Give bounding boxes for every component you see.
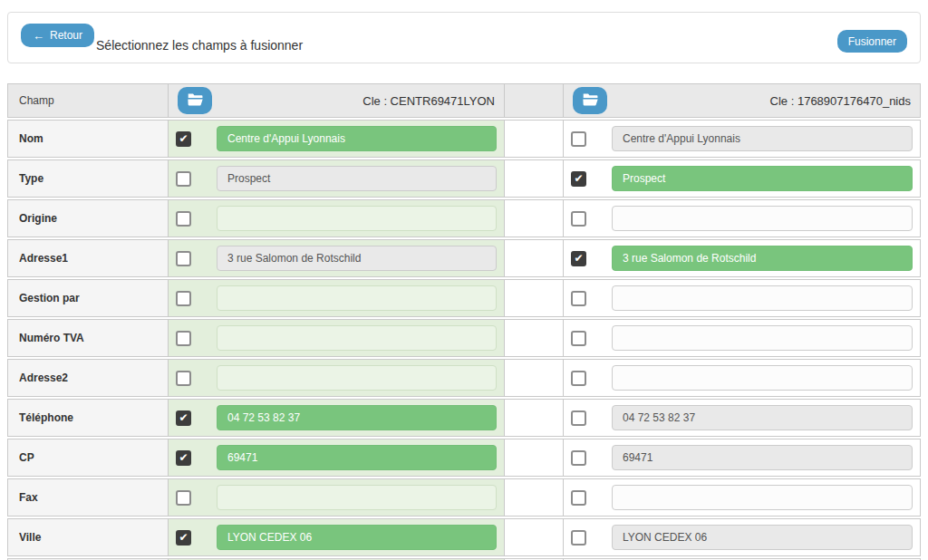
merge-checkbox[interactable] bbox=[176, 171, 191, 187]
field-label-cell: Nom bbox=[7, 120, 169, 158]
merge-checkbox[interactable] bbox=[176, 530, 191, 546]
left-record-folder-button[interactable] bbox=[178, 87, 212, 114]
spacer-column-header bbox=[505, 83, 564, 118]
field-value-input[interactable] bbox=[612, 246, 913, 271]
merge-checkbox[interactable] bbox=[571, 131, 586, 147]
field-value-input[interactable] bbox=[612, 445, 913, 470]
merge-checkbox[interactable] bbox=[176, 251, 191, 266]
field-value-input[interactable] bbox=[217, 246, 497, 271]
table-body: Nom Type Origine bbox=[7, 120, 921, 560]
field-value-input[interactable] bbox=[612, 405, 913, 430]
merge-checkbox[interactable] bbox=[176, 131, 191, 147]
merge-checkbox[interactable] bbox=[176, 331, 191, 346]
field-label: Téléphone bbox=[19, 411, 73, 424]
open-folder-icon bbox=[188, 92, 203, 109]
left-value-cell bbox=[169, 199, 505, 237]
right-value-cell bbox=[564, 319, 921, 357]
field-value-input[interactable] bbox=[612, 166, 913, 191]
back-button[interactable]: ← Retour bbox=[21, 24, 94, 47]
field-column-header: Champ bbox=[7, 83, 169, 118]
back-button-label: Retour bbox=[50, 29, 82, 42]
right-value-cell bbox=[564, 239, 921, 277]
merge-button[interactable]: Fusionner bbox=[837, 30, 907, 53]
merge-checkbox[interactable] bbox=[571, 171, 586, 187]
field-value-input[interactable] bbox=[612, 485, 913, 510]
right-value-cell bbox=[564, 159, 921, 198]
field-value-input[interactable] bbox=[217, 325, 497, 351]
table-row: Adresse1 bbox=[7, 239, 921, 277]
spacer-cell bbox=[505, 518, 564, 556]
field-label-cell: Gestion par bbox=[7, 279, 169, 317]
table-row: Numéro TVA bbox=[7, 319, 921, 357]
field-label: CP bbox=[19, 451, 34, 464]
back-arrow-icon: ← bbox=[33, 30, 44, 42]
field-value-input[interactable] bbox=[217, 126, 497, 151]
table-row: CP bbox=[7, 439, 921, 477]
merge-checkbox[interactable] bbox=[571, 490, 586, 506]
field-column-header-label: Champ bbox=[19, 94, 54, 107]
field-label-cell: CP bbox=[7, 439, 169, 477]
merge-checkbox[interactable] bbox=[571, 291, 586, 306]
merge-checkbox[interactable] bbox=[571, 331, 586, 346]
right-value-cell bbox=[564, 518, 921, 556]
merge-checkbox[interactable] bbox=[176, 490, 191, 506]
table-row: Téléphone bbox=[7, 399, 921, 437]
spacer-cell bbox=[505, 319, 564, 357]
left-value-cell bbox=[169, 478, 505, 517]
merge-checkbox[interactable] bbox=[571, 410, 586, 426]
left-value-cell bbox=[169, 279, 505, 317]
merge-checkbox[interactable] bbox=[176, 291, 191, 306]
field-value-input[interactable] bbox=[612, 325, 913, 351]
field-value-input[interactable] bbox=[612, 525, 913, 550]
field-value-input[interactable] bbox=[217, 285, 497, 311]
field-label: Type bbox=[19, 172, 44, 185]
right-value-cell bbox=[564, 279, 921, 317]
right-value-cell bbox=[564, 199, 921, 237]
field-label-cell: Adresse2 bbox=[7, 359, 169, 397]
merge-checkbox[interactable] bbox=[176, 211, 191, 227]
field-label: Fax bbox=[19, 491, 38, 504]
field-value-input[interactable] bbox=[612, 206, 913, 231]
field-label-cell: Type bbox=[7, 159, 169, 198]
right-record-folder-button[interactable] bbox=[573, 87, 607, 114]
field-value-input[interactable] bbox=[217, 525, 497, 550]
open-folder-icon bbox=[583, 92, 598, 109]
field-value-input[interactable] bbox=[612, 365, 913, 391]
toolbar: ← Retour Sélectionnez les champs à fusio… bbox=[7, 12, 921, 63]
field-value-input[interactable] bbox=[217, 445, 497, 470]
field-value-input[interactable] bbox=[217, 166, 497, 191]
table-row: Ville bbox=[7, 518, 921, 556]
table-header-row: Champ Cle : CENTR69471LYON bbox=[7, 83, 921, 118]
left-value-cell bbox=[169, 399, 505, 437]
merge-checkbox[interactable] bbox=[571, 371, 586, 386]
field-value-input[interactable] bbox=[217, 405, 497, 430]
field-value-input[interactable] bbox=[217, 206, 497, 231]
page-title: Sélectionnez les champs à fusionner bbox=[96, 38, 303, 53]
table-row: Type bbox=[7, 159, 921, 198]
field-value-input[interactable] bbox=[612, 126, 913, 151]
field-value-input[interactable] bbox=[612, 285, 913, 311]
right-value-cell bbox=[564, 439, 921, 477]
right-value-cell bbox=[564, 399, 921, 437]
merge-checkbox[interactable] bbox=[176, 410, 191, 426]
field-value-input[interactable] bbox=[217, 365, 497, 391]
spacer-cell bbox=[505, 359, 564, 397]
table-row: Origine bbox=[7, 199, 921, 237]
merge-checkbox[interactable] bbox=[571, 450, 586, 466]
field-label: Ville bbox=[19, 531, 41, 544]
left-value-cell bbox=[169, 518, 505, 556]
spacer-cell bbox=[505, 159, 564, 198]
field-label: Gestion par bbox=[19, 292, 80, 304]
merge-checkbox[interactable] bbox=[176, 371, 191, 386]
spacer-cell bbox=[505, 199, 564, 237]
merge-checkbox[interactable] bbox=[571, 211, 586, 227]
field-label: Origine bbox=[19, 212, 57, 225]
merge-checkbox[interactable] bbox=[176, 450, 191, 466]
field-label: Adresse1 bbox=[19, 252, 68, 265]
field-value-input[interactable] bbox=[217, 485, 497, 510]
left-record-header: Cle : CENTR69471LYON bbox=[169, 83, 505, 118]
merge-checkbox[interactable] bbox=[571, 251, 586, 266]
table-row: Fax bbox=[7, 478, 921, 517]
spacer-cell bbox=[505, 279, 564, 317]
merge-checkbox[interactable] bbox=[571, 530, 586, 546]
